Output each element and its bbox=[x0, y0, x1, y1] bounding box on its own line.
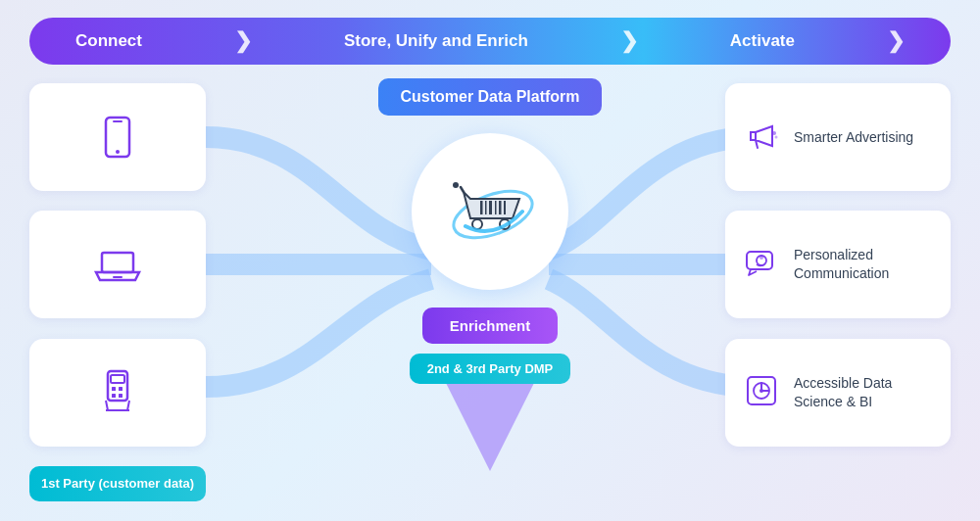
svg-rect-19 bbox=[495, 201, 497, 214]
laptop-icon bbox=[92, 239, 143, 290]
svg-rect-4 bbox=[113, 276, 122, 278]
connect-section: Connect bbox=[75, 31, 142, 51]
smarter-advertising-label: Smarter Advertising bbox=[794, 128, 913, 147]
personalized-communication-box: Personalized Communication bbox=[725, 211, 951, 318]
mobile-icon bbox=[92, 112, 143, 163]
cart-icon bbox=[436, 158, 544, 265]
chat-icon bbox=[743, 244, 780, 285]
svg-point-13 bbox=[453, 182, 459, 188]
svg-rect-16 bbox=[480, 201, 483, 214]
activate-label: Activate bbox=[730, 31, 795, 51]
pos-source-box bbox=[29, 339, 206, 447]
personalized-communication-label: Personalized Communication bbox=[794, 246, 933, 283]
laptop-source-box bbox=[29, 211, 206, 318]
smarter-advertising-box: Smarter Advertising bbox=[725, 83, 951, 191]
chevron-1-icon: ❯ bbox=[234, 28, 252, 54]
svg-rect-7 bbox=[112, 387, 116, 391]
store-label: Store, Unify and Enrich bbox=[344, 31, 528, 51]
svg-rect-9 bbox=[112, 394, 116, 398]
right-spacer bbox=[725, 466, 951, 501]
svg-rect-21 bbox=[504, 201, 506, 214]
svg-rect-6 bbox=[111, 375, 124, 383]
chevron-2-icon: ❯ bbox=[620, 28, 638, 54]
data-science-label: Accessible Data Science & BI bbox=[794, 374, 933, 411]
center-column: Customer Data Platform Enrichment bbox=[382, 78, 598, 384]
svg-rect-20 bbox=[499, 201, 502, 214]
svg-point-23 bbox=[775, 136, 778, 139]
first-party-label: 1st Party (customer data) bbox=[29, 466, 206, 501]
activate-section: Activate bbox=[730, 31, 795, 51]
chevron-3-icon: ❯ bbox=[887, 28, 905, 54]
megaphone-icon bbox=[743, 117, 780, 158]
svg-rect-10 bbox=[119, 394, 122, 398]
left-column: 1st Party (customer data) bbox=[29, 83, 206, 501]
svg-rect-3 bbox=[102, 253, 133, 272]
svg-point-29 bbox=[760, 389, 763, 393]
data-science-box: Accessible Data Science & BI bbox=[725, 339, 951, 447]
enrichment-box: Enrichment bbox=[422, 308, 559, 344]
analytics-icon bbox=[743, 372, 780, 413]
cdp-box: Customer Data Platform bbox=[378, 78, 601, 116]
svg-point-22 bbox=[772, 131, 776, 135]
svg-point-1 bbox=[116, 150, 120, 154]
svg-point-26 bbox=[760, 256, 763, 260]
center-circle bbox=[412, 133, 568, 290]
svg-rect-8 bbox=[119, 387, 122, 391]
mobile-source-box bbox=[29, 83, 206, 191]
connect-label: Connect bbox=[75, 31, 142, 51]
pos-icon bbox=[92, 367, 143, 418]
store-section: Store, Unify and Enrich bbox=[344, 31, 528, 51]
right-column: Smarter Advertising Personalized Communi… bbox=[725, 83, 951, 501]
svg-rect-17 bbox=[485, 201, 487, 214]
dmp-box: 2nd & 3rd Party DMP bbox=[410, 354, 571, 384]
svg-rect-18 bbox=[489, 201, 492, 214]
svg-rect-24 bbox=[747, 252, 772, 269]
top-banner: Connect ❯ Store, Unify and Enrich ❯ Acti… bbox=[29, 18, 951, 65]
